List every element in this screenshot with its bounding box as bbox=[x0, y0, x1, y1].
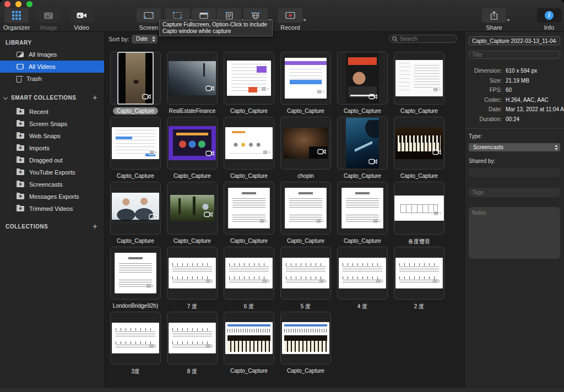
search-input[interactable] bbox=[399, 36, 457, 42]
smart-collection-item[interactable]: Recent bbox=[0, 106, 104, 118]
window-capture-icon bbox=[198, 11, 210, 20]
thumbnail-label: Capto_Capture bbox=[226, 367, 272, 374]
smart-collection-item[interactable]: Screencasts bbox=[0, 178, 104, 190]
metadata-row: Date: Mar 13, 2022 at 11:04 AM bbox=[469, 105, 560, 115]
close-button[interactable] bbox=[4, 1, 10, 7]
type-dropdown[interactable]: Screencasts bbox=[469, 143, 560, 151]
video-thumbnail-card[interactable]: 5 度 bbox=[280, 247, 332, 312]
video-thumbnail-card[interactable]: Capto_Capture bbox=[223, 312, 275, 377]
smart-collection-item[interactable]: Dragged out bbox=[0, 154, 104, 166]
video-thumbnail-card[interactable]: Capto_Capture bbox=[393, 117, 445, 182]
thumbnail-frame bbox=[280, 182, 331, 235]
thumbnail-label: 4 度 bbox=[354, 302, 371, 311]
video-camera-badge-icon bbox=[142, 92, 151, 102]
video-thumbnail-card[interactable]: 8 度 bbox=[166, 312, 218, 377]
library-item[interactable]: All Images bbox=[0, 48, 104, 61]
video-thumbnail-card[interactable]: Capto_Capture bbox=[223, 182, 275, 247]
video-camera-badge-icon bbox=[368, 92, 377, 102]
smart-collection-item[interactable]: Trimmed Videos bbox=[0, 203, 104, 215]
video-thumbnail-card[interactable]: Capto_Capture bbox=[280, 182, 332, 247]
thumbnail-frame bbox=[110, 312, 161, 364]
video-camera-badge-icon bbox=[433, 209, 442, 219]
thumbnail-label: Capto_Capture bbox=[283, 367, 328, 374]
video-thumbnail-card[interactable]: Capto_Capture bbox=[223, 52, 275, 117]
video-thumbnail-card[interactable]: Capto_Capture bbox=[110, 182, 161, 247]
metadata-label: FPS: bbox=[469, 85, 502, 95]
video-thumbnail-card[interactable]: Capto_Capture bbox=[110, 117, 161, 182]
share-button[interactable]: Share bbox=[482, 8, 506, 31]
smart-collection-item[interactable]: Messages Exports bbox=[0, 190, 104, 203]
video-thumbnail-card[interactable]: 7 度 bbox=[166, 247, 218, 312]
thumbnail-label: Capto_Capture bbox=[226, 237, 272, 244]
share-label: Share bbox=[486, 24, 502, 31]
smart-collection-item[interactable]: YouTube Exports bbox=[0, 166, 104, 178]
thumbnail-label: 6 度 bbox=[240, 302, 258, 311]
video-thumbnail-card[interactable]: Capto_Capture bbox=[280, 312, 332, 377]
title-field[interactable] bbox=[469, 51, 560, 59]
shared-by-field[interactable] bbox=[469, 168, 560, 177]
record-label: Record bbox=[280, 24, 300, 31]
zoom-button[interactable] bbox=[26, 1, 32, 7]
library-item-icon bbox=[17, 64, 24, 69]
video-thumbnail-card[interactable]: 2 度 bbox=[393, 247, 445, 312]
library-item[interactable]: Trash bbox=[0, 73, 104, 85]
image-button[interactable]: Image bbox=[36, 8, 61, 31]
video-button[interactable]: Video bbox=[69, 8, 94, 31]
video-thumbnail-card[interactable]: 各度聲音 bbox=[393, 182, 445, 247]
thumbnail-label: 3度 bbox=[127, 367, 144, 376]
tags-field[interactable] bbox=[469, 188, 560, 197]
thumbnail-label: Capto_Capture bbox=[170, 172, 215, 179]
video-thumbnail-card[interactable]: LondonBridge92h) bbox=[110, 247, 161, 312]
video-thumbnail-card[interactable]: chopin bbox=[280, 117, 332, 182]
library-item[interactable]: All Videos bbox=[0, 61, 104, 73]
minimize-button[interactable] bbox=[15, 1, 21, 7]
video-camera-badge-icon bbox=[145, 281, 154, 291]
add-collection-button[interactable]: + bbox=[93, 222, 97, 231]
capture-screen-button[interactable]: Screen bbox=[137, 8, 161, 31]
thumbnail-label: 7 度 bbox=[183, 302, 201, 311]
status-bar bbox=[0, 387, 564, 392]
folder-star-icon bbox=[17, 194, 24, 199]
video-thumbnail-card[interactable]: Capto_Capture bbox=[223, 117, 275, 182]
video-thumbnail-card[interactable]: 4 度 bbox=[337, 247, 388, 312]
info-button[interactable]: i Info bbox=[537, 8, 561, 31]
video-camera-icon bbox=[76, 12, 87, 19]
smart-collection-item[interactable]: Screen Snaps bbox=[0, 118, 104, 130]
notes-field[interactable] bbox=[469, 207, 560, 259]
video-thumbnail-card[interactable]: Capto_Capture bbox=[337, 52, 388, 117]
smart-collection-label: Dragged out bbox=[29, 157, 63, 164]
video-camera-badge-icon bbox=[316, 87, 325, 97]
smart-collection-item[interactable]: Web Snaps bbox=[0, 130, 104, 142]
folder-star-icon bbox=[17, 109, 24, 115]
video-thumbnail-card[interactable]: Capto_Capture bbox=[166, 117, 218, 182]
smart-collection-item[interactable]: Imports bbox=[0, 142, 104, 154]
smart-collection-label: Web Snaps bbox=[29, 133, 61, 139]
smart-collection-label: Screencasts bbox=[29, 181, 63, 188]
video-thumbnail-card[interactable]: Capto_Capture bbox=[393, 52, 445, 117]
thumbnail-image bbox=[228, 188, 270, 228]
video-thumbnail-card[interactable]: Capto_Capture bbox=[337, 117, 388, 182]
sort-value: Date bbox=[136, 36, 148, 42]
video-thumbnail-card[interactable]: Capto_Capture bbox=[337, 182, 388, 247]
video-thumbnail-card[interactable]: Capto_Capture bbox=[166, 182, 218, 247]
video-thumbnail-card[interactable]: 6 度 bbox=[223, 247, 275, 312]
video-thumbnail-card[interactable]: Capto_Capture bbox=[280, 52, 332, 117]
chevron-down-icon[interactable] bbox=[3, 95, 8, 100]
video-camera-badge-icon bbox=[204, 210, 213, 220]
thumbnail-frame bbox=[167, 117, 218, 170]
thumbnail-image bbox=[395, 258, 443, 288]
sort-dropdown[interactable]: Date bbox=[132, 35, 158, 43]
search-field[interactable] bbox=[389, 35, 457, 43]
thumbnail-label: Capto_Capture bbox=[113, 172, 158, 179]
thumbnail-image bbox=[284, 128, 328, 159]
video-thumbnail-card[interactable]: Capto_Capture bbox=[110, 52, 161, 117]
shared-by-label: Shared by: bbox=[469, 158, 560, 164]
screen-capture-icon bbox=[143, 11, 155, 20]
video-thumbnail-card[interactable]: RealEstateFinance bbox=[166, 52, 218, 117]
thumbnail-frame bbox=[167, 182, 218, 235]
add-smart-collection-button[interactable]: + bbox=[93, 93, 97, 102]
organizer-button[interactable]: Organizer bbox=[3, 8, 30, 31]
video-thumbnail-card[interactable]: 3度 bbox=[110, 312, 161, 377]
record-button[interactable]: Record bbox=[278, 8, 302, 31]
filename-field[interactable] bbox=[469, 36, 560, 45]
